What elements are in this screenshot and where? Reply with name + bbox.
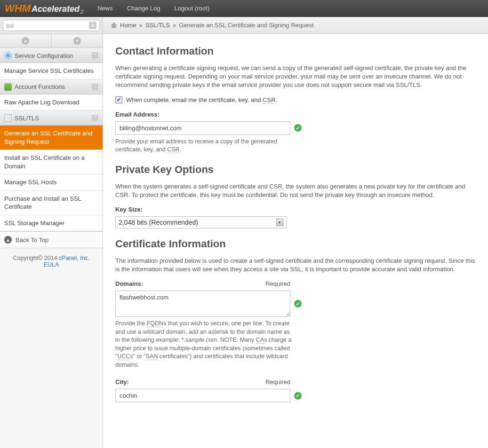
sidebar-item-install-ssl[interactable]: Install an SSL Certificate on a Domain xyxy=(0,150,103,174)
logo-accelerated: Accelerated xyxy=(32,4,80,14)
sidebar-item-storage-manager[interactable]: SSL Storage Manager xyxy=(0,215,103,232)
nav-changelog[interactable]: Change Log xyxy=(127,5,160,12)
email-checkbox-label: When complete, email me the certificate,… xyxy=(126,96,277,103)
chevron-down-icon: ˅ xyxy=(92,84,98,90)
fqdn-abbr: FQDN xyxy=(147,320,163,327)
keysize-select[interactable]: 2,048 bits (Recommended) ▾ xyxy=(115,216,287,228)
gear-icon xyxy=(4,52,12,59)
dropdown-icon: ▾ xyxy=(276,219,283,226)
sidebar-item-purchase-install[interactable]: Purchase and Install an SSL Certificate xyxy=(0,191,103,215)
sidebar-item-generate-csr[interactable]: Generate an SSL Certificate and Signing … xyxy=(0,126,103,150)
top-bar: WHM Accelerated 2 News Change Log Logout… xyxy=(0,0,488,17)
ucc-abbr: UCC xyxy=(117,353,130,360)
back-to-top-label: Back To Top xyxy=(16,236,48,244)
sidebar-item-manage-hosts[interactable]: Manage SSL Hosts xyxy=(0,174,103,191)
section-label: Service Configuration xyxy=(15,52,73,59)
valid-icon: ✔ xyxy=(294,300,302,307)
contact-info-text: When generating a certificate signing re… xyxy=(115,64,476,90)
section-label: SSL/TLS xyxy=(15,115,39,122)
breadcrumb-sep: » xyxy=(173,22,176,29)
breadcrumb-current: Generate an SSL Certificate and Signing … xyxy=(179,22,313,29)
breadcrumb-sep: » xyxy=(139,22,143,29)
city-input[interactable] xyxy=(115,389,290,402)
email-label: Email Address: xyxy=(115,111,476,118)
required-label: Required xyxy=(265,378,290,385)
private-key-text: When the system generates a self-signed … xyxy=(115,182,476,199)
keysize-label: Key Size: xyxy=(115,206,476,213)
logo-whm: WHM xyxy=(5,2,31,15)
sample-domain: *.sample.com xyxy=(181,337,217,343)
logo: WHM Accelerated 2 xyxy=(5,2,83,15)
section-service-config[interactable]: Service Configuration ˅ xyxy=(0,48,103,63)
nav-logout[interactable]: Logout (root) xyxy=(175,5,209,12)
breadcrumb-ssl[interactable]: SSL/TLS xyxy=(145,22,170,29)
logo-sub: 2 xyxy=(80,9,83,15)
valid-icon: ✔ xyxy=(294,392,302,400)
user-icon xyxy=(4,83,12,91)
valid-icon: ✔ xyxy=(294,124,302,132)
private-key-heading: Private Key Options xyxy=(115,164,476,176)
san-abbr: SAN xyxy=(146,353,158,360)
keysize-value: 2,048 bits (Recommended) xyxy=(119,219,198,226)
clear-search-icon[interactable]: ✕ xyxy=(89,22,96,29)
domains-hint: Provide the FQDNs that you wish to secur… xyxy=(115,320,292,369)
email-input[interactable] xyxy=(115,121,290,135)
main-body: Contact Information When generating a ce… xyxy=(103,34,488,412)
cpanel-link[interactable]: cPanel, Inc. xyxy=(59,255,89,261)
csr-abbr: CSR xyxy=(263,96,275,104)
search-input[interactable] xyxy=(6,22,89,29)
email-checkbox-row: ✔ When complete, email me the certificat… xyxy=(115,96,476,103)
email-field-block: Email Address: ✔ Provide your email addr… xyxy=(115,111,476,154)
home-icon xyxy=(111,23,117,28)
email-checkbox[interactable]: ✔ xyxy=(115,96,122,103)
breadcrumb: Home » SSL/TLS » Generate an SSL Certifi… xyxy=(103,17,488,34)
sidebar-footer: Copyright© 2014 cPanel, Inc. EULA xyxy=(0,248,103,275)
doc-icon xyxy=(4,114,12,122)
nav-news[interactable]: News xyxy=(97,5,113,12)
email-hint: Provide your email address to receive a … xyxy=(115,138,292,154)
search-box: ✕ xyxy=(3,20,100,31)
content: Home » SSL/TLS » Generate an SSL Certifi… xyxy=(103,17,488,448)
sidebar-item-manage-service-ssl[interactable]: Manage Service SSL Certificates xyxy=(0,63,103,79)
cert-info-heading: Certificate Information xyxy=(115,238,476,250)
nav-arrows: ▲ ▼ xyxy=(0,34,103,48)
csr-abbr: CSR xyxy=(269,183,282,190)
cert-info-text: The information provided below is used t… xyxy=(115,257,476,274)
csr-abbr: CSR xyxy=(167,146,179,153)
ca-abbr: CA xyxy=(256,337,264,344)
nav-down-button[interactable]: ▼ xyxy=(52,34,103,47)
copyright-text: Copyright© 2014 xyxy=(13,255,59,261)
chevron-down-icon: ˅ xyxy=(92,115,98,121)
sidebar: ✕ ▲ ▼ Service Configuration ˅ Manage Ser… xyxy=(0,17,103,448)
back-to-top[interactable]: ▲ Back To Top xyxy=(0,231,103,248)
city-field-block: City: Required ✔ xyxy=(115,378,476,402)
eula-link[interactable]: EULA xyxy=(44,261,59,268)
keysize-field-block: Key Size: 2,048 bits (Recommended) ▾ xyxy=(115,206,476,228)
arrow-up-icon: ▲ xyxy=(4,236,12,244)
search-wrap: ✕ xyxy=(0,17,103,34)
domains-field-block: Domains: Required ✔ Provide the FQDNs th… xyxy=(115,280,476,369)
domains-textarea[interactable] xyxy=(115,291,290,317)
breadcrumb-home[interactable]: Home xyxy=(120,22,136,29)
chevron-down-icon: ˅ xyxy=(92,52,98,59)
section-account-functions[interactable]: Account Functions ˅ xyxy=(0,79,103,94)
domains-label: Domains: xyxy=(115,280,143,287)
nav-up-button[interactable]: ▲ xyxy=(0,34,52,47)
sidebar-item-raw-apache[interactable]: Raw Apache Log Download xyxy=(0,94,103,111)
section-ssl-tls[interactable]: SSL/TLS ˅ xyxy=(0,110,103,126)
required-label: Required xyxy=(265,280,290,287)
section-label: Account Functions xyxy=(15,83,65,90)
contact-info-heading: Contact Information xyxy=(115,45,476,57)
city-label: City: xyxy=(115,378,129,385)
